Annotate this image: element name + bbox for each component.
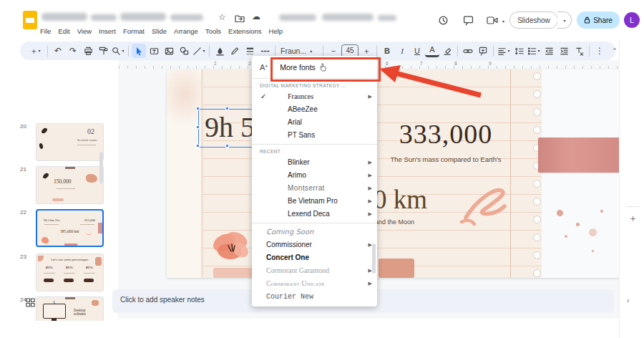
selection-handle[interactable] — [225, 144, 229, 148]
menu-edit[interactable]: Edit — [58, 26, 69, 37]
font-item-lexend-deca[interactable]: Lexend Deca▶ — [252, 208, 377, 221]
underline-button[interactable]: U — [410, 44, 424, 58]
slide-thumbnail-21[interactable]: 150,000 — [36, 166, 104, 204]
insert-line-button[interactable]: ▾ — [192, 44, 206, 58]
more-options-icon[interactable]: ⋮ — [592, 44, 607, 58]
text-box-button[interactable] — [147, 44, 161, 58]
font-item-be-vietnam-pro[interactable]: Be Vietnam Pro▶ — [252, 195, 377, 208]
thumb-text: 150,000 — [54, 178, 71, 185]
increase-indent-button[interactable] — [557, 44, 571, 58]
font-item-montserrat[interactable]: Montserrat▶ — [252, 182, 377, 195]
collapse-filmstrip-icon[interactable]: ‹ — [53, 298, 55, 306]
menu-file[interactable]: File — [40, 26, 51, 37]
list-button[interactable]: ▾ — [527, 44, 541, 58]
print-button[interactable] — [81, 44, 95, 58]
menu-slide[interactable]: Slide — [152, 26, 167, 37]
submenu-arrow-icon: ▶ — [369, 169, 372, 182]
menu-arrange[interactable]: Arrange — [174, 26, 198, 37]
font-item-blinker[interactable]: Blinker▶ — [252, 156, 377, 169]
comments-icon[interactable] — [463, 15, 474, 26]
clear-formatting-button[interactable] — [572, 44, 586, 58]
insert-shape-button[interactable] — [177, 44, 191, 58]
meet-camera-icon[interactable] — [487, 16, 498, 25]
font-item-cormorant-unicase[interactable]: Cormorant Unicase▶ — [252, 277, 377, 290]
selection-handle[interactable] — [196, 144, 200, 148]
list-dropdown-icon: ▾ — [537, 49, 540, 53]
selection-handle[interactable] — [196, 107, 200, 110]
zoom-button[interactable]: ▾ — [111, 44, 125, 58]
paint-format-button[interactable] — [96, 44, 110, 58]
filmstrip-scrollbar[interactable] — [99, 152, 103, 183]
star-icon[interactable]: ☆ — [218, 12, 226, 22]
menu-view[interactable]: View — [77, 26, 92, 37]
bold-button[interactable]: B — [380, 44, 394, 58]
decor-tape — [65, 297, 75, 299]
insert-link-button[interactable] — [461, 44, 475, 58]
slide-thumbnail-23[interactable]: Let's see some percentages 85% 85% 85% — [36, 254, 104, 291]
new-slide-button[interactable]: ＋▾ — [26, 44, 44, 58]
add-addon-icon[interactable]: ＋ — [628, 212, 638, 225]
slide-thumbnail-20[interactable]: 02 Section name — [36, 123, 104, 161]
menu-tools[interactable]: Tools — [205, 26, 221, 37]
decor-leaf — [42, 172, 49, 180]
menu-help[interactable]: Help — [269, 26, 283, 37]
thumb-text: Section name — [77, 138, 97, 142]
move-folder-icon[interactable] — [235, 14, 245, 23]
undo-button[interactable]: ↶ — [51, 44, 65, 58]
expand-side-panel-icon[interactable]: › — [627, 296, 629, 304]
selection-handle[interactable] — [196, 125, 200, 129]
stat-mass-caption[interactable]: The Sun's mass compared to Earth's — [383, 155, 509, 163]
slides-logo-icon[interactable] — [23, 11, 37, 29]
thumb-text: 85% — [86, 266, 93, 269]
line-spacing-button[interactable] — [512, 44, 526, 58]
font-label: PT Sans — [288, 131, 315, 139]
meet-dropdown-icon[interactable]: ▾ — [502, 19, 504, 24]
slide-number: 20 — [20, 123, 31, 130]
submenu-arrow-icon: ▶ — [369, 182, 372, 195]
border-color-button[interactable] — [228, 44, 242, 58]
decor-pill — [64, 279, 74, 282]
toolbar-separator — [589, 46, 590, 57]
slideshow-button[interactable]: Slideshow — [509, 11, 558, 29]
text-color-button[interactable]: A — [425, 44, 439, 57]
stat-distance-caption[interactable]: and the Moon — [375, 218, 414, 226]
slideshow-dropdown-button[interactable]: ▾ — [557, 11, 572, 29]
font-item-fraunces[interactable]: ✓ Fraunces ▶ — [252, 90, 377, 103]
highlight-color-button[interactable] — [440, 44, 454, 58]
decrease-indent-button[interactable] — [542, 44, 556, 58]
fill-color-button[interactable] — [213, 44, 227, 58]
stat-mass-text[interactable]: 333,000 — [381, 118, 510, 150]
font-item-concert-one[interactable]: Concert One — [252, 251, 377, 264]
font-item-pt-sans[interactable]: PT Sans — [252, 129, 377, 142]
menu-scrollbar[interactable] — [372, 243, 376, 274]
menu-format[interactable]: Format — [123, 26, 145, 37]
selection-handle[interactable] — [225, 107, 229, 110]
font-item-arial[interactable]: Arial — [252, 116, 377, 129]
redo-button[interactable]: ↷ — [66, 44, 80, 58]
font-item-arimo[interactable]: Arimo▶ — [252, 169, 377, 182]
insert-image-button[interactable] — [162, 44, 176, 58]
status-text-redacted — [279, 14, 316, 21]
menu-insert[interactable]: Insert — [99, 26, 116, 37]
select-tool-button[interactable] — [132, 44, 146, 58]
document-title-redacted[interactable] — [42, 13, 87, 21]
slide-thumbnail-24[interactable]: Desktop software — [36, 296, 104, 321]
version-history-icon[interactable] — [438, 15, 449, 26]
slide-thumbnail-22-selected[interactable]: 9h 55m 23s 333,000 385,000 km — [36, 209, 104, 247]
cloud-status-icon[interactable]: ☁ — [252, 11, 260, 21]
submenu-arrow-icon: ▶ — [369, 156, 372, 169]
font-item-coming-soon[interactable]: Coming Soon — [252, 226, 377, 238]
stat-distance-text[interactable]: 0 km — [374, 184, 427, 215]
thumb-text: 333,000 — [84, 218, 95, 222]
avatar[interactable]: L — [624, 12, 640, 28]
font-item-courier-new[interactable]: Courier New — [252, 290, 377, 303]
menu-extensions[interactable]: Extensions — [228, 26, 261, 37]
font-item-cormorant-garamond[interactable]: Cormorant Garamond▶ — [252, 264, 377, 277]
align-button[interactable]: ▾ — [497, 44, 511, 58]
share-button[interactable]: Share — [577, 11, 620, 29]
font-item-commissioner[interactable]: Commissioner▶ — [252, 238, 377, 251]
italic-button[interactable]: I — [395, 44, 409, 58]
font-item-abeezee[interactable]: ABeeZee — [252, 103, 377, 116]
grid-view-icon[interactable] — [26, 298, 35, 307]
add-comment-button[interactable] — [476, 44, 490, 58]
